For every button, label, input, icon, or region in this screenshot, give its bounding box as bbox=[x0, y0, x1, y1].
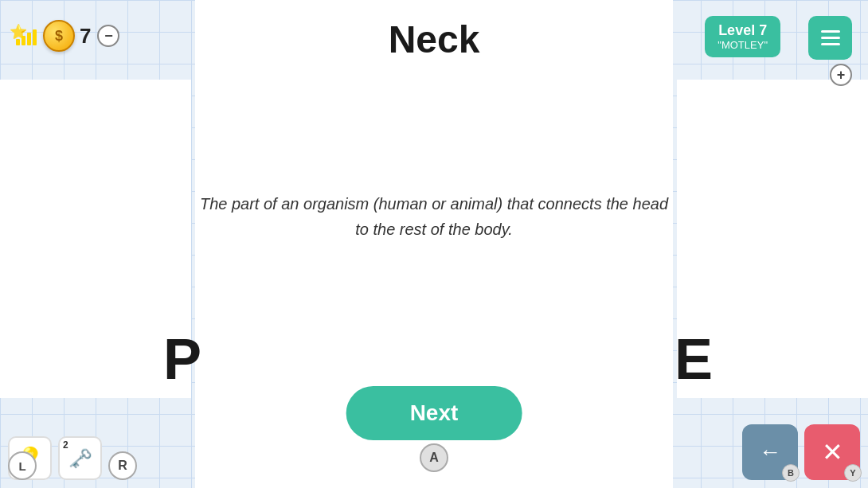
letter-p: P bbox=[163, 326, 201, 392]
signal-bar-1 bbox=[16, 39, 20, 45]
hamburger-icon bbox=[821, 30, 840, 45]
coin-count: 7 bbox=[80, 24, 91, 49]
letter-e: E bbox=[674, 326, 713, 392]
signal-icon bbox=[16, 29, 37, 45]
top-left-group: ⭐ $ 7 − bbox=[16, 20, 119, 52]
next-button[interactable]: Next bbox=[346, 386, 522, 440]
signal-bar-3 bbox=[27, 33, 31, 45]
level-name: "MOTLEY" bbox=[717, 39, 768, 51]
level-number: Level 7 bbox=[717, 22, 768, 39]
coin-icon: $ bbox=[43, 20, 75, 52]
back-button[interactable]: ← B bbox=[742, 424, 798, 480]
left-panel bbox=[0, 80, 191, 398]
word-title: Neck bbox=[389, 18, 480, 61]
l-group: 💡 L bbox=[8, 436, 52, 480]
level-badge[interactable]: Level 7 "MOTLEY" bbox=[705, 16, 780, 57]
bottom-left-group: 💡 L 2 🗝️ R bbox=[8, 436, 137, 480]
bottom-right-group: ← B ✕ Y bbox=[742, 424, 860, 480]
signal-bar-2 bbox=[22, 36, 25, 45]
coin-group: $ 7 bbox=[43, 20, 91, 52]
signal-bar-4 bbox=[33, 29, 37, 45]
key-count: 2 bbox=[63, 439, 68, 451]
l-button[interactable]: L bbox=[8, 451, 37, 480]
key-group: 2 🗝️ bbox=[58, 436, 102, 480]
r-button[interactable]: R bbox=[108, 451, 137, 480]
minus-button[interactable]: − bbox=[97, 25, 119, 47]
a-button[interactable]: A bbox=[420, 443, 448, 472]
plus-button[interactable]: + bbox=[830, 64, 852, 86]
signal-group: ⭐ bbox=[16, 29, 37, 45]
close-button[interactable]: ✕ Y bbox=[804, 424, 860, 480]
key-button[interactable]: 2 🗝️ bbox=[58, 436, 102, 480]
y-button[interactable]: Y bbox=[844, 464, 862, 482]
definition-text: The part of an organism (human or animal… bbox=[195, 191, 673, 242]
menu-button[interactable] bbox=[808, 16, 852, 60]
b-button[interactable]: B bbox=[782, 464, 800, 482]
